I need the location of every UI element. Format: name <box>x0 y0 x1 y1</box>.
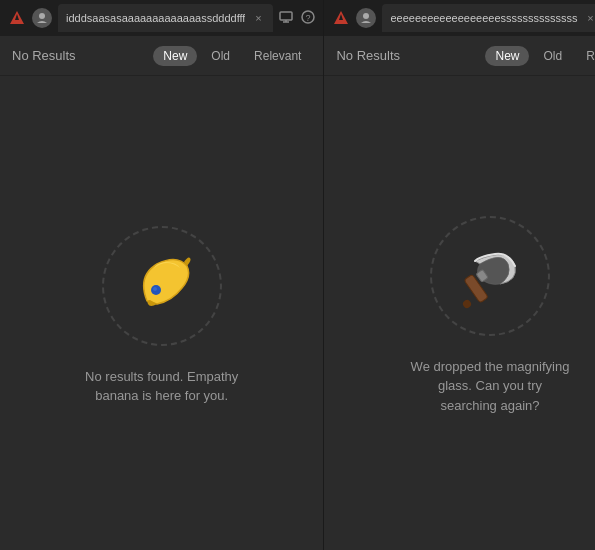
right-filter-tabs: New Old Relevant <box>485 46 595 66</box>
svg-point-19 <box>461 298 472 309</box>
left-panel: idddsaasasaaaaaaaaaaaaassddddfff × ? No … <box>0 0 324 550</box>
svg-point-12 <box>363 13 369 19</box>
right-tab-relevant[interactable]: Relevant <box>576 46 595 66</box>
left-logo-icon[interactable] <box>8 9 26 27</box>
left-filter-tabs: New Old Relevant <box>153 46 311 66</box>
right-filterbar: No Results New Old Relevant <box>324 36 595 76</box>
left-content: No results found. Empathy banana is here… <box>0 76 323 550</box>
right-no-results: No Results <box>336 48 477 63</box>
left-tab-relevant[interactable]: Relevant <box>244 46 311 66</box>
left-topbar-actions: ? <box>279 10 315 27</box>
right-tab-old[interactable]: Old <box>533 46 572 66</box>
right-empty-message: We dropped the magnifying glass. Can you… <box>410 357 570 416</box>
left-illustration <box>97 221 227 351</box>
right-tab-text: eeeeeeeeeeeeeeeeeessssssssssssss <box>390 12 577 24</box>
left-tab-old[interactable]: Old <box>201 46 240 66</box>
right-avatar[interactable] <box>356 8 376 28</box>
svg-rect-3 <box>280 12 292 20</box>
left-tab[interactable]: idddsaasasaaaaaaaaaaaaassddddfff × <box>58 4 273 32</box>
svg-text:?: ? <box>306 13 311 23</box>
right-tab-new[interactable]: New <box>485 46 529 66</box>
svg-point-2 <box>39 13 45 19</box>
left-monitor-icon[interactable] <box>279 10 293 27</box>
svg-point-9 <box>153 287 157 291</box>
left-empty-message: No results found. Empathy banana is here… <box>82 367 242 406</box>
right-illustration <box>425 211 555 341</box>
right-topbar: eeeeeeeeeeeeeeeeeessssssssssssss × ? <box>324 0 595 36</box>
left-tab-close[interactable]: × <box>251 11 265 25</box>
right-logo-icon[interactable] <box>332 9 350 27</box>
left-tab-text: idddsaasasaaaaaaaaaaaaassddddfff <box>66 12 245 24</box>
right-panel: eeeeeeeeeeeeeeeeeessssssssssssss × ? No … <box>324 0 595 550</box>
right-content: We dropped the magnifying glass. Can you… <box>324 76 595 550</box>
left-no-results: No Results <box>12 48 145 63</box>
right-tab-close[interactable]: × <box>584 11 595 25</box>
left-topbar: idddsaasasaaaaaaaaaaaaassddddfff × ? <box>0 0 323 36</box>
left-tab-new[interactable]: New <box>153 46 197 66</box>
left-help-icon[interactable]: ? <box>301 10 315 27</box>
left-avatar[interactable] <box>32 8 52 28</box>
scythe-icon <box>450 236 530 316</box>
right-tab[interactable]: eeeeeeeeeeeeeeeeeessssssssssssss × <box>382 4 595 32</box>
banana-icon <box>122 246 202 326</box>
left-filterbar: No Results New Old Relevant <box>0 36 323 76</box>
